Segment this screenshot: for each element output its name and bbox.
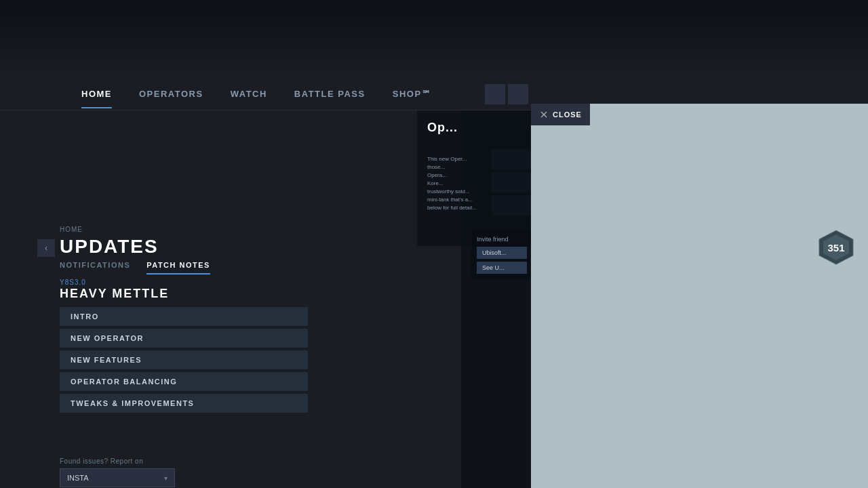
top-background: [0, 0, 868, 78]
invite-area: Invite friend Ubisoft... See U...: [471, 230, 532, 279]
page-title: UPDATES: [60, 236, 159, 258]
see-btn[interactable]: See U...: [477, 262, 527, 274]
patch-item-intro[interactable]: INTRO: [60, 307, 308, 326]
report-dropdown-arrow: ▾: [164, 474, 167, 482]
nav-watch[interactable]: WATCH: [231, 79, 267, 108]
report-dropdown-value: INSTA: [67, 474, 89, 482]
player-panel: Player*** 351 REPUTATION: [531, 104, 868, 488]
nav-shop[interactable]: SHOP℠: [393, 79, 431, 108]
operator-overlay: Op... This new Oper...those...Opera...Ko…: [417, 110, 532, 246]
back-button[interactable]: ‹: [37, 239, 55, 257]
level-badge: 351: [818, 229, 854, 266]
panel-icon-2[interactable]: [508, 84, 528, 104]
invite-label: Invite friend: [477, 236, 527, 243]
invite-btn-1[interactable]: Ubisoft...: [477, 247, 527, 259]
report-dropdown[interactable]: INSTA ▾: [60, 468, 175, 487]
patch-item-features[interactable]: NEW FEATURES: [60, 350, 308, 369]
nav-battlepass[interactable]: BATTLE PASS: [294, 79, 366, 108]
level-number: 351: [827, 242, 844, 253]
found-issues-label: Found issues? Report on: [60, 458, 143, 465]
patch-item-tweaks[interactable]: TWEAKS & IMPROVEMENTS: [60, 394, 308, 413]
top-right-controls: [485, 78, 532, 110]
breadcrumb: HOME: [60, 226, 83, 233]
panel-icon-1[interactable]: [485, 84, 505, 104]
close-button[interactable]: CLOSE: [531, 104, 590, 125]
sub-tabs: NOTIFICATIONS PATCH NOTES: [60, 261, 210, 274]
tab-patch-notes[interactable]: PATCH NOTES: [146, 261, 210, 274]
close-btn-label: CLOSE: [553, 110, 582, 119]
patch-item-operator[interactable]: NEW OPERATOR: [60, 329, 308, 348]
patch-item-balancing[interactable]: OPERATOR BALANCING: [60, 372, 308, 391]
tab-notifications[interactable]: NOTIFICATIONS: [60, 261, 130, 274]
nav-operators[interactable]: OPERATORS: [139, 79, 203, 108]
nav-home[interactable]: HOME: [81, 79, 112, 108]
patch-name: HEAVY METTLE: [60, 287, 169, 301]
operator-description: This new Oper...those...Opera...Kore...t…: [427, 155, 522, 212]
close-icon: [539, 110, 549, 119]
operator-label: Op...: [427, 121, 522, 135]
patch-version: Y8S3.0: [60, 279, 86, 286]
navbar: HOME OPERATORS WATCH BATTLE PASS SHOP℠: [0, 78, 532, 110]
patch-menu: INTRO NEW OPERATOR NEW FEATURES OPERATOR…: [60, 307, 308, 413]
